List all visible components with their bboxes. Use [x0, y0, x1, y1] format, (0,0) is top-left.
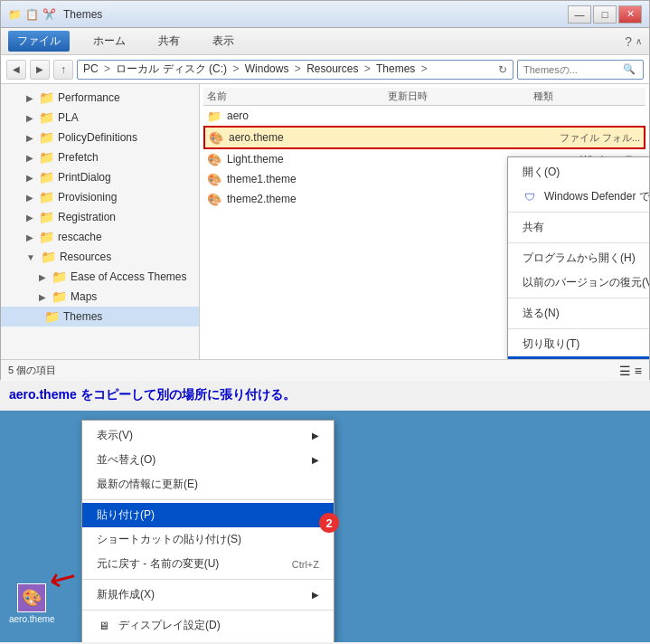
- address-path[interactable]: PC > ローカル ディスク (C:) > Windows > Resource…: [77, 60, 513, 80]
- context-menu-2: 表示(V) ▶ 並べ替え(O) ▶ 最新の情報に更新(E) 貼り付け(P) 2 …: [81, 420, 334, 642]
- ctx-open[interactable]: 開く(O): [508, 160, 649, 185]
- ctx-send-to[interactable]: 送る(N) ▶: [508, 301, 649, 326]
- folder-icon: 📁: [52, 289, 67, 304]
- ctx-paste[interactable]: 貼り付け(P) 2: [82, 503, 334, 527]
- search-box[interactable]: 🔍: [517, 60, 644, 80]
- ctx-defender[interactable]: 🛡 Windows Defender でスキャンする...: [508, 185, 649, 209]
- expand-arrow: ▶: [26, 93, 33, 103]
- expand-arrow: ▶: [39, 292, 46, 302]
- ctx-display-settings[interactable]: 🖥 ディスプレイ設定(D): [82, 613, 334, 638]
- col-name-header[interactable]: 名前: [207, 90, 388, 103]
- theme-icon: 🎨: [207, 152, 221, 166]
- ctx-share-label: 共有: [523, 220, 544, 235]
- ctx-paste-label: 貼り付け(P): [97, 507, 155, 523]
- window-title: Themes: [63, 8, 568, 21]
- ctx-paste-shortcut[interactable]: ショートカットの貼り付け(S): [82, 527, 334, 552]
- ctx-undo[interactable]: 元に戻す - 名前の変更(U) Ctrl+Z: [82, 552, 334, 576]
- share-tab[interactable]: 共有: [149, 30, 189, 52]
- sidebar-item-pla[interactable]: ▶ 📁 PLA: [1, 108, 199, 128]
- col-date-header[interactable]: 更新日時: [388, 90, 533, 103]
- desktop-section: 表示(V) ▶ 並べ替え(O) ▶ 最新の情報に更新(E) 貼り付け(P) 2 …: [0, 411, 650, 642]
- view-tab[interactable]: 表示: [203, 30, 243, 52]
- ctx-new-label: 新規作成(X): [97, 587, 155, 602]
- sidebar-item-label: Registration: [58, 211, 116, 223]
- ctx-personalize[interactable]: 🖼 個人用設定(R): [82, 638, 334, 642]
- title-icon-3: ✂️: [42, 8, 56, 21]
- file-name: Light.theme: [227, 153, 284, 166]
- col-type-header[interactable]: 種類: [533, 90, 642, 103]
- ctx-cut[interactable]: 切り取り(T): [508, 332, 649, 356]
- file-name: aero.theme: [229, 131, 284, 144]
- sidebar-item-registration[interactable]: ▶ 📁 Registration: [1, 207, 199, 227]
- sidebar-item-policydefs[interactable]: ▶ 📁 PolicyDefinitions: [1, 128, 199, 147]
- ctx-send-to-label: 送る(N): [523, 306, 560, 321]
- refresh-icon[interactable]: ↻: [498, 63, 507, 76]
- ctx-separator: [82, 499, 334, 500]
- help-icon: ?: [625, 34, 632, 49]
- list-view-icon[interactable]: ☰: [619, 364, 631, 378]
- search-icon: 🔍: [623, 63, 636, 75]
- file-icon-image: 🎨: [17, 583, 46, 612]
- detail-view-icon[interactable]: ≡: [635, 364, 642, 378]
- sidebar-item-printdialog[interactable]: ▶ 📁 PrintDialog: [1, 167, 199, 187]
- folder-icon: 📁: [39, 90, 54, 105]
- main-area: ▶ 📁 Performance ▶ 📁 PLA ▶ 📁 PolicyDefini…: [1, 84, 649, 359]
- expand-arrow: ▶: [26, 153, 33, 163]
- sidebar-item-resources[interactable]: ▼ 📁 Resources: [1, 247, 199, 267]
- submenu-arrow: ▶: [312, 590, 319, 600]
- ctx-sort[interactable]: 並べ替え(O) ▶: [82, 448, 334, 472]
- collapse-ribbon-icon[interactable]: ∧: [636, 36, 642, 46]
- close-button[interactable]: ✕: [618, 5, 642, 24]
- sidebar-item-rescache[interactable]: ▶ 📁 rescache: [1, 227, 199, 247]
- sidebar-item-ease-of-access[interactable]: ▶ 📁 Ease of Access Themes: [1, 267, 199, 287]
- sidebar-item-label: rescache: [58, 231, 102, 243]
- file-name: theme1.theme: [227, 173, 297, 185]
- file-list-header: 名前 更新日時 種類: [203, 88, 645, 106]
- sidebar-item-maps[interactable]: ▶ 📁 Maps: [1, 287, 199, 307]
- desktop-file-icon[interactable]: 🎨 aero.theme: [9, 583, 55, 624]
- folder-icon: 📁: [39, 230, 54, 244]
- sidebar-item-prefetch[interactable]: ▶ 📁 Prefetch: [1, 147, 199, 167]
- instruction-text: aero.theme をコピーして別の場所に張り付ける。: [0, 380, 650, 411]
- sidebar-item-label: Maps: [71, 290, 97, 303]
- title-bar: 📁 📋 ✂️ Themes — □ ✕: [1, 1, 649, 28]
- folder-icon: 📁: [41, 250, 56, 264]
- ctx-refresh[interactable]: 最新の情報に更新(E): [82, 472, 334, 497]
- sidebar-item-label: Themes: [63, 310, 102, 323]
- ctx-open-with[interactable]: プログラムから開く(H) ▶: [508, 246, 649, 270]
- expand-arrow: ▶: [26, 173, 33, 183]
- ctx-new[interactable]: 新規作成(X) ▶: [82, 582, 334, 607]
- address-bar: ◀ ▶ ↑ PC > ローカル ディスク (C:) > Windows > Re…: [1, 55, 649, 84]
- back-button[interactable]: ◀: [6, 60, 26, 80]
- ctx-view[interactable]: 表示(V) ▶: [82, 423, 334, 448]
- theme-icon: 🎨: [207, 192, 221, 206]
- sidebar-item-themes[interactable]: 📁 Themes: [1, 307, 199, 327]
- expand-arrow: ▶: [26, 232, 33, 242]
- file-entry-aero-theme[interactable]: 🎨 aero.theme ファイル フォル...: [203, 126, 645, 149]
- maximize-button[interactable]: □: [593, 5, 617, 24]
- file-entry-aero[interactable]: 📁 aero: [203, 106, 645, 126]
- up-button[interactable]: ↑: [53, 60, 73, 80]
- forward-button[interactable]: ▶: [30, 60, 50, 80]
- home-tab[interactable]: ホーム: [84, 30, 135, 52]
- sidebar: ▶ 📁 Performance ▶ 📁 PLA ▶ 📁 PolicyDefini…: [1, 84, 200, 359]
- ctx-share[interactable]: 共有 ▶: [508, 215, 649, 240]
- sidebar-item-label: PrintDialog: [58, 171, 111, 184]
- file-name: theme2.theme: [227, 193, 297, 205]
- sidebar-item-performance[interactable]: ▶ 📁 Performance: [1, 88, 199, 108]
- minimize-button[interactable]: —: [568, 5, 591, 24]
- ribbon: ファイル ホーム 共有 表示 ? ∧: [1, 28, 649, 55]
- file-kind: ファイル フォル...: [560, 131, 640, 145]
- search-input[interactable]: [523, 64, 623, 75]
- status-bar: 5 個の項目 ☰ ≡: [1, 359, 649, 381]
- window-controls: — □ ✕: [568, 5, 642, 24]
- shield-icon: 🛡: [523, 191, 537, 204]
- sidebar-item-provisioning[interactable]: ▶ 📁 Provisioning: [1, 187, 199, 207]
- ctx-copy[interactable]: コピー(C) 1: [508, 356, 649, 359]
- file-list: 名前 更新日時 種類 📁 aero 🎨 aero.theme ファイル フォル.…: [200, 84, 649, 359]
- ctx-sort-label: 並べ替え(O): [97, 452, 155, 468]
- file-tab[interactable]: ファイル: [8, 31, 70, 52]
- submenu-arrow: ▶: [312, 431, 319, 440]
- display-icon: 🖥: [97, 620, 111, 632]
- ctx-restore-version[interactable]: 以前のバージョンの復元(V): [508, 270, 649, 295]
